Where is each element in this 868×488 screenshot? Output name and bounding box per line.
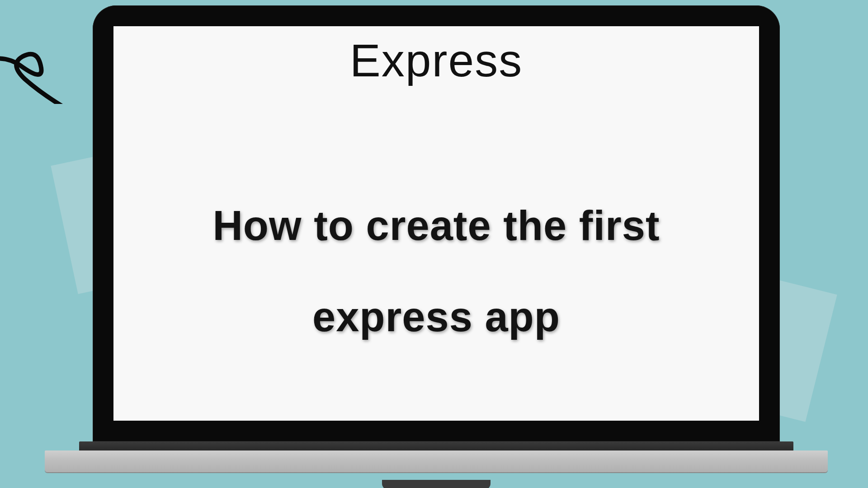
laptop-notch [382,480,491,488]
headline-text: How to create the first express app [139,180,733,363]
laptop-screen: Express How to create the first express … [113,26,759,421]
laptop-illustration: Express How to create the first express … [93,5,780,466]
laptop-bezel: Express How to create the first express … [93,5,780,441]
laptop-hinge [79,441,794,450]
express-logo-text: Express [350,34,523,87]
laptop-base [45,450,828,472]
doodle-cable-icon [0,41,104,106]
